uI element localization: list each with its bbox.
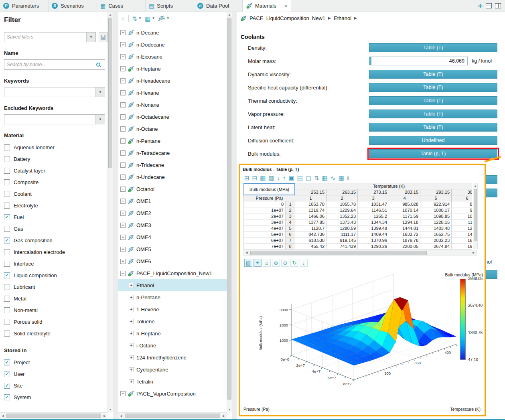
table-cell[interactable]: 1111.17 <box>327 231 358 237</box>
checkbox[interactable] <box>4 156 10 162</box>
tree-item-ome3[interactable]: +OME3 <box>118 219 227 231</box>
table-cell[interactable]: 1876.78 <box>389 237 420 243</box>
info-icon[interactable]: ℹ <box>347 175 349 181</box>
keywords-combo[interactable]: ▼ <box>4 87 105 97</box>
table-cell[interactable]: 1444.81 <box>389 225 420 231</box>
tree-filter-button[interactable]: ≡ <box>120 15 126 22</box>
scroll-down-icon[interactable]: ▼ <box>108 407 113 412</box>
table-cell[interactable]: 2e+07 <box>244 213 286 219</box>
table-cell[interactable]: 1370.96 <box>358 237 389 243</box>
material-filter-interface[interactable]: Interface <box>4 258 107 270</box>
table-cell[interactable]: 1e+07 <box>244 207 286 213</box>
scroll-down-icon[interactable]: ▼ <box>227 407 232 412</box>
table-cell[interactable]: 1633.72 <box>389 231 420 237</box>
tree-item-1-hexene[interactable]: +1-Hexene <box>118 303 227 315</box>
tree-item-n-nonane[interactable]: +n-Nonane <box>118 99 227 111</box>
table-cell[interactable]: 1280.59 <box>327 225 358 231</box>
tree-item-124-trimethylbenzene[interactable]: +124-trimethylbenzene <box>118 351 227 363</box>
checkbox[interactable] <box>4 191 10 197</box>
property-button-bulk-modulus[interactable]: Table (p, T) <box>369 149 497 158</box>
table-cell[interactable]: 1399.48 <box>358 225 389 231</box>
tree-item-tetralin[interactable]: +Tetralin <box>118 375 227 388</box>
table-view-icon[interactable]: ▦ <box>338 175 344 181</box>
checkbox[interactable] <box>4 319 10 325</box>
expander-icon[interactable]: + <box>129 367 134 372</box>
surface-plot-canvas[interactable]: 1000200030000e+02e+74e+76e+78e+730035040… <box>241 269 458 390</box>
tab-parameters[interactable]: PParameters <box>0 0 49 12</box>
excluded-keywords-dropdown-button[interactable]: ▼ <box>95 115 105 124</box>
checkbox[interactable] <box>4 296 10 302</box>
checkbox[interactable] <box>4 261 10 267</box>
material-filter-fuel[interactable]: ✓Fuel <box>4 211 107 223</box>
zoom-out-icon[interactable]: ⊖ <box>281 259 289 267</box>
table-cell[interactable]: 1171.59 <box>389 213 420 219</box>
property-button-specific-heat-capacity-differential[interactable]: Table (T) <box>369 83 497 92</box>
table-cell[interactable]: 1908.7 <box>452 243 472 250</box>
expander-icon[interactable]: + <box>120 187 126 192</box>
property-input-molar-mass[interactable]: 46.069 <box>369 57 468 65</box>
checkbox[interactable] <box>4 144 10 150</box>
clear-icon[interactable]: ▢ <box>306 175 311 181</box>
tree-item-ome5[interactable]: +OME5 <box>118 243 227 255</box>
expander-icon[interactable]: + <box>120 126 126 132</box>
tree-item-ome1[interactable]: +OME1 <box>118 195 227 207</box>
table-cell[interactable]: 273.15 <box>358 189 389 195</box>
table-cell[interactable]: 618.538 <box>295 237 327 243</box>
tree-item-n-octadecane[interactable]: +n-Octadecane <box>118 111 227 123</box>
sort-az-button[interactable]: ⇅▼ <box>131 15 143 22</box>
tree-item-n-decane[interactable]: +n-Decane <box>118 26 227 39</box>
scroll-up-icon[interactable]: ▲ <box>227 12 232 18</box>
table-cell[interactable]: 2200.05 <box>389 243 420 250</box>
expander-icon[interactable]: + <box>120 54 126 59</box>
material-filter-lubricant[interactable]: Lubricant <box>4 281 107 293</box>
checkbox[interactable]: ✓ <box>4 272 10 278</box>
checkbox[interactable] <box>4 307 10 313</box>
material-filter-aqueous-ionomer[interactable]: Aqueous ionomer <box>4 142 107 153</box>
scrollbar-thumb[interactable] <box>250 251 427 255</box>
table-cell[interactable]: 1651.2 <box>452 237 472 243</box>
tree-item-toluene[interactable]: +Toluene <box>118 315 227 327</box>
add-table-icon[interactable]: ⊞ <box>244 175 249 181</box>
expander-icon[interactable]: + <box>120 174 126 180</box>
tree-item-n-octane[interactable]: +n-Octane <box>118 123 227 135</box>
tree-item-n-hexadecane[interactable]: +n-Hexadecane <box>118 75 227 87</box>
tree-vscrollbar[interactable]: ▲ ▼ <box>227 12 232 412</box>
scroll-left-icon[interactable]: ◀ <box>0 414 6 418</box>
expander-icon[interactable]: + <box>120 78 126 83</box>
property-button-diffusion-coefficient[interactable]: Undefined <box>369 136 497 145</box>
checkbox[interactable]: ✓ <box>4 359 10 365</box>
copy-icon[interactable]: ▣ <box>289 175 294 181</box>
expander-icon[interactable]: + <box>129 295 134 300</box>
tree-item-n-pentane[interactable]: +n-Pentane <box>118 291 227 303</box>
table-cell[interactable]: 283.15 <box>389 189 420 195</box>
tree-item-pace-liquidcomposition-new1[interactable]: −PACE_LiquidComposition_New1 <box>118 267 227 279</box>
table-cell[interactable]: 1228.15 <box>420 219 452 225</box>
table-cell[interactable]: 1255.2 <box>358 213 389 219</box>
table-cell[interactable]: 1229.64 <box>327 207 358 213</box>
table-cell[interactable]: 4 <box>389 195 420 201</box>
expander-icon[interactable]: + <box>129 343 134 348</box>
table-cell[interactable]: 5 <box>286 225 295 231</box>
table-cell[interactable]: 1373.43 <box>327 219 358 225</box>
split-horizontal-icon[interactable] <box>486 3 492 8</box>
scrollbar-thumb[interactable] <box>6 414 101 418</box>
tree-item-n-tridecane[interactable]: +n-Tridecane <box>118 159 227 171</box>
scroll-right-icon[interactable]: ▶ <box>221 414 227 418</box>
tree-item-n-dodecane[interactable]: +n-Dodecane <box>118 39 227 51</box>
table-cell[interactable]: 7 <box>286 237 295 243</box>
table-cell[interactable]: 842.736 <box>295 231 327 237</box>
table-cell[interactable]: 1652.75 <box>420 231 452 237</box>
property-button-thermal-conductivity[interactable]: Table (T) <box>369 96 497 105</box>
expander-icon[interactable]: − <box>120 271 126 276</box>
table-cell[interactable]: 1377.85 <box>295 219 327 225</box>
saved-filters-dropdown-button[interactable]: ▼ <box>86 32 95 42</box>
material-filter-battery[interactable]: Battery <box>4 153 107 165</box>
table-cell[interactable]: 6 <box>286 231 295 237</box>
pressure-header-cell[interactable]: Pressure (Pa) <box>244 195 295 201</box>
view-mode-button[interactable]: ▦▼ <box>144 15 156 22</box>
checkbox[interactable] <box>4 179 10 185</box>
export-icon[interactable]: ↑ <box>283 175 286 181</box>
temperature-header-cell[interactable]: Temperature (K) <box>295 183 472 189</box>
search-by-name-input[interactable]: Search by name... <box>4 59 105 70</box>
checkbox[interactable] <box>4 249 10 255</box>
